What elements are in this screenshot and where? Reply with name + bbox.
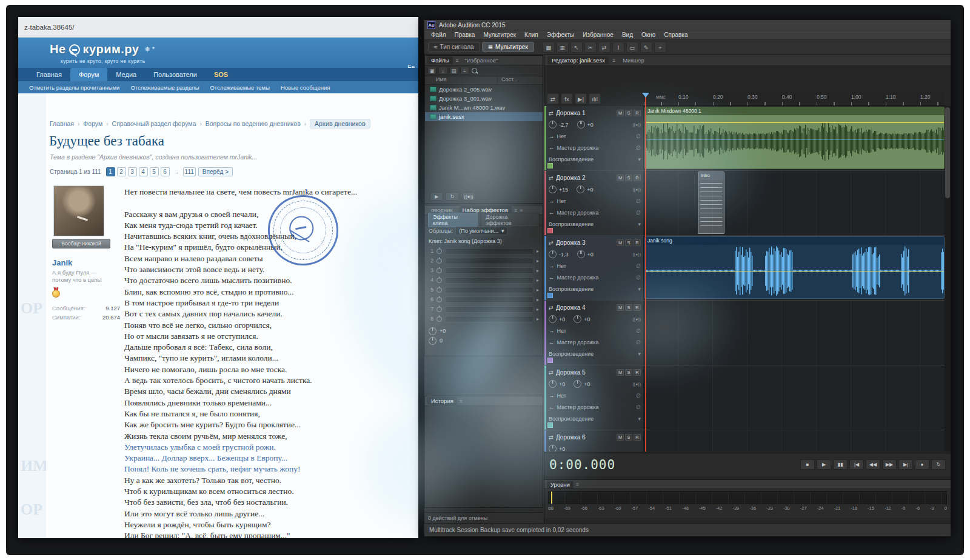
track-input[interactable]: Нет (557, 263, 634, 269)
time-display[interactable]: 0:00.000 (549, 458, 615, 472)
track-header[interactable]: ⇄ Дорожка 3 MSR -1,3 +0 ((●)) →Нет∅ ←Мас… (544, 236, 644, 300)
volume-knob[interactable] (549, 121, 557, 128)
playhead-line[interactable] (645, 93, 646, 452)
subnav-link[interactable]: Отметить разделы прочитанными (29, 84, 119, 91)
track-input[interactable]: Нет (557, 133, 634, 139)
username-link[interactable]: Janik (52, 258, 120, 267)
track-header[interactable]: ⇄ Дорожка 5 MSR +0 +0 ((●)) →Нет∅ ←Масте… (544, 365, 644, 430)
menu-item[interactable]: Избранное (578, 32, 618, 38)
track-msr-button[interactable]: R (634, 175, 641, 181)
power-icon[interactable] (436, 268, 442, 273)
transport-button[interactable]: ▶| (898, 459, 913, 470)
menu-item[interactable]: Мультитрек (479, 32, 520, 38)
pan-knob[interactable] (577, 185, 584, 193)
transport-button[interactable]: ▶ (817, 459, 831, 470)
search-icon[interactable] (472, 68, 478, 74)
pan-knob[interactable] (574, 380, 581, 388)
track-output[interactable]: Мастер дорожка (557, 339, 634, 345)
track-input[interactable]: Нет (557, 328, 634, 334)
next-page-button[interactable]: Вперёд > (198, 167, 233, 176)
power-icon[interactable] (436, 248, 442, 254)
effect-slot-field[interactable] (445, 306, 534, 313)
slot-arrow-icon[interactable]: ▸ (537, 297, 539, 302)
monitor-icon[interactable]: ((●)) (632, 382, 641, 386)
tool-button[interactable]: ✂ (584, 42, 597, 53)
monitor-icon[interactable]: ((●)) (632, 187, 641, 192)
track-output[interactable]: Мастер дорожка (557, 404, 634, 410)
power-icon[interactable] (436, 316, 442, 322)
files-tab[interactable]: Файлы (427, 56, 453, 64)
page-button[interactable]: 2 (117, 167, 126, 176)
tool-button[interactable]: + (654, 42, 666, 53)
menu-item[interactable]: Правка (450, 32, 480, 38)
page-button[interactable]: 5 (150, 167, 159, 176)
track-msr-button[interactable]: R (634, 434, 641, 441)
power-icon[interactable] (436, 287, 442, 293)
track-header[interactable]: ⇄ Дорожка 1 MSR -2,7 +0 ((●)) →Нет∅ ←Мас… (544, 106, 644, 170)
menu-item[interactable]: Справка (660, 32, 692, 38)
track-lane[interactable]: Janik song (644, 236, 945, 300)
track-msr-button[interactable]: S (625, 175, 632, 181)
favorites-tab[interactable]: "Избранное" (461, 56, 501, 64)
slot-arrow-icon[interactable]: ▸ (537, 307, 539, 312)
track-lane[interactable] (644, 301, 945, 365)
menu-item[interactable]: Вид (618, 32, 637, 38)
volume-knob[interactable] (549, 445, 557, 452)
panel-menu-icon[interactable]: ≡ (455, 58, 458, 64)
transport-button[interactable]: ■ (800, 459, 815, 470)
nav-tab[interactable]: Пользователи (145, 68, 206, 81)
track-lane[interactable] (644, 365, 945, 430)
pan-envelope[interactable] (645, 139, 944, 141)
power-icon[interactable] (436, 258, 442, 264)
breadcrumb-link[interactable]: Главная (50, 120, 74, 127)
transport-button[interactable]: ↻ (931, 459, 946, 470)
track-msr-button[interactable]: R (634, 110, 641, 116)
automation-mode[interactable]: Воспроизведение (549, 156, 635, 162)
files-transport-button[interactable]: ▶ (430, 192, 443, 201)
track-input[interactable]: Нет (557, 393, 634, 399)
transport-button[interactable]: ▮▮ (833, 459, 848, 470)
effect-slot-field[interactable] (445, 258, 534, 264)
track-msr-button[interactable]: R (634, 369, 641, 376)
editor-tab[interactable]: Редактор: janik.sesx (548, 56, 609, 64)
menu-item[interactable]: Файл (427, 32, 450, 38)
audition-titlebar[interactable]: Au Adobe Audition CC 2015 (424, 20, 951, 30)
breadcrumb-link[interactable]: Вопросы по ведению дневников (206, 120, 301, 127)
editor-tool-icon[interactable]: ⇄ (547, 93, 559, 104)
transport-button[interactable]: |◀ (849, 459, 864, 470)
track-output[interactable]: Мастер дорожка (557, 145, 634, 151)
monitor-icon[interactable]: ((●)) (632, 252, 641, 256)
automation-mode[interactable]: Воспроизведение (549, 221, 635, 227)
files-tool-icon[interactable]: ▤ (449, 67, 458, 75)
automation-mode[interactable]: Воспроизведение (549, 351, 635, 357)
tool-button[interactable]: ⇄ (598, 42, 610, 53)
nav-tab[interactable]: SOS (206, 68, 236, 81)
tool-button[interactable]: ▦ (543, 42, 555, 53)
track-header[interactable]: ⇄ Дорожка 2 MSR +15 +0 ((●)) →Нет∅ ←Маст… (544, 171, 644, 235)
editor-tool-icon[interactable]: fx (561, 93, 573, 104)
audio-clip-intro[interactable]: Intro (698, 172, 724, 234)
subnav-link[interactable]: Отслеживаемые разделы (130, 84, 199, 91)
tool-button[interactable]: ↖ (570, 42, 583, 53)
power-icon[interactable] (436, 297, 442, 302)
subnav-link[interactable]: Новые сообщения (281, 84, 330, 91)
track-msr-button[interactable]: S (625, 434, 632, 441)
track-msr-button[interactable]: R (634, 239, 641, 246)
track-lane[interactable]: Janik Mixdown 48000 1 (644, 106, 945, 170)
history-tab[interactable]: История (427, 397, 457, 405)
track-msr-button[interactable]: S (625, 110, 632, 116)
monitor-icon[interactable]: ((●)) (462, 192, 475, 201)
pan-knob[interactable] (574, 315, 581, 323)
track-header[interactable]: ⇄ Дорожка 6 MSR +0 (544, 430, 644, 452)
volume-knob[interactable] (549, 185, 557, 193)
tool-button[interactable]: ✎ (640, 42, 652, 53)
track-msr-button[interactable]: M (617, 369, 624, 376)
menu-item[interactable]: Клип (520, 32, 543, 38)
monitor-icon[interactable]: ((●)) (632, 317, 641, 321)
pan-knob[interactable] (577, 121, 585, 128)
page-button[interactable]: 6 (161, 167, 170, 176)
column-state[interactable]: Сост... (498, 76, 518, 84)
file-row[interactable]: Дорожка 2_005.wav (425, 85, 543, 94)
panel-menu-icon[interactable]: ≡ (612, 58, 615, 64)
column-name[interactable]: Имя (425, 76, 498, 84)
